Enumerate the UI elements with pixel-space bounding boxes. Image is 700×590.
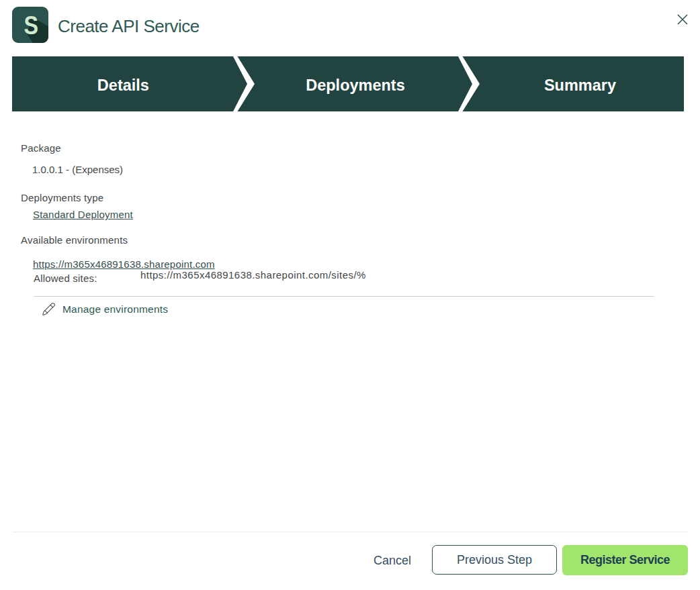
svg-text:S: S [24, 11, 38, 40]
